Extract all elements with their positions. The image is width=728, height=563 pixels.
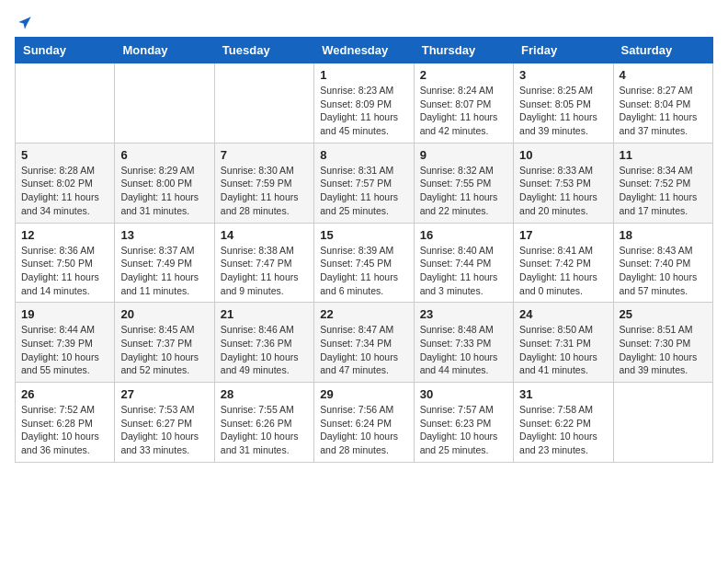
day-number: 25 — [620, 307, 707, 321]
day-info: Sunrise: 8:48 AMSunset: 7:33 PMDaylight:… — [420, 323, 507, 377]
calendar-cell: 9Sunrise: 8:32 AMSunset: 7:55 PMDaylight… — [414, 143, 513, 223]
day-number: 5 — [21, 148, 108, 162]
day-number: 10 — [519, 148, 607, 162]
day-info: Sunrise: 8:37 AMSunset: 7:49 PMDaylight:… — [120, 244, 208, 298]
day-number: 13 — [120, 228, 208, 242]
calendar-cell: 17Sunrise: 8:41 AMSunset: 7:42 PMDayligh… — [514, 223, 613, 303]
day-info: Sunrise: 8:50 AMSunset: 7:31 PMDaylight:… — [519, 323, 607, 377]
day-number: 15 — [320, 228, 407, 242]
day-number: 1 — [320, 68, 407, 82]
calendar-cell: 12Sunrise: 8:36 AMSunset: 7:50 PMDayligh… — [16, 223, 115, 303]
calendar-cell: 1Sunrise: 8:23 AMSunset: 8:09 PMDaylight… — [314, 63, 414, 144]
calendar-cell: 31Sunrise: 7:58 AMSunset: 6:22 PMDayligh… — [514, 383, 613, 463]
day-number: 27 — [120, 387, 208, 401]
day-info: Sunrise: 8:41 AMSunset: 7:42 PMDaylight:… — [519, 244, 607, 298]
day-number: 23 — [420, 307, 507, 321]
calendar-table: SundayMondayTuesdayWednesdayThursdayFrid… — [15, 37, 713, 463]
day-info: Sunrise: 8:27 AMSunset: 8:04 PMDaylight:… — [620, 84, 707, 138]
calendar-cell: 26Sunrise: 7:52 AMSunset: 6:28 PMDayligh… — [16, 383, 115, 463]
calendar-cell: 6Sunrise: 8:29 AMSunset: 8:00 PMDaylight… — [115, 143, 214, 223]
calendar-cell: 29Sunrise: 7:56 AMSunset: 6:24 PMDayligh… — [314, 383, 414, 463]
day-number: 16 — [420, 228, 507, 242]
day-info: Sunrise: 8:40 AMSunset: 7:44 PMDaylight:… — [420, 244, 507, 298]
day-info: Sunrise: 8:29 AMSunset: 8:00 PMDaylight:… — [120, 164, 208, 218]
calendar-cell: 23Sunrise: 8:48 AMSunset: 7:33 PMDayligh… — [414, 303, 513, 383]
day-number: 2 — [420, 68, 507, 82]
day-info: Sunrise: 8:23 AMSunset: 8:09 PMDaylight:… — [320, 84, 407, 138]
calendar-cell — [16, 63, 115, 144]
day-info: Sunrise: 7:57 AMSunset: 6:23 PMDaylight:… — [420, 403, 507, 457]
day-info: Sunrise: 8:44 AMSunset: 7:39 PMDaylight:… — [21, 323, 108, 377]
logo-bird-icon — [17, 15, 33, 31]
day-number: 11 — [620, 148, 707, 162]
day-number: 20 — [120, 307, 208, 321]
weekday-header-sunday: Sunday — [16, 38, 115, 63]
day-number: 6 — [120, 148, 208, 162]
weekday-header-wednesday: Wednesday — [314, 38, 414, 63]
calendar-cell: 28Sunrise: 7:55 AMSunset: 6:26 PMDayligh… — [214, 383, 313, 463]
calendar-cell: 11Sunrise: 8:34 AMSunset: 7:52 PMDayligh… — [613, 143, 712, 223]
day-info: Sunrise: 8:47 AMSunset: 7:34 PMDaylight:… — [320, 323, 407, 377]
day-info: Sunrise: 8:43 AMSunset: 7:40 PMDaylight:… — [620, 244, 707, 298]
day-info: Sunrise: 8:31 AMSunset: 7:57 PMDaylight:… — [320, 164, 407, 218]
day-number: 31 — [519, 387, 607, 401]
calendar-cell: 7Sunrise: 8:30 AMSunset: 7:59 PMDaylight… — [214, 143, 313, 223]
calendar-cell: 16Sunrise: 8:40 AMSunset: 7:44 PMDayligh… — [414, 223, 513, 303]
day-info: Sunrise: 8:28 AMSunset: 8:02 PMDaylight:… — [21, 164, 108, 218]
calendar-cell: 22Sunrise: 8:47 AMSunset: 7:34 PMDayligh… — [314, 303, 414, 383]
day-info: Sunrise: 8:51 AMSunset: 7:30 PMDaylight:… — [620, 323, 707, 377]
day-info: Sunrise: 8:36 AMSunset: 7:50 PMDaylight:… — [21, 244, 108, 298]
logo — [15, 15, 33, 26]
day-info: Sunrise: 8:33 AMSunset: 7:53 PMDaylight:… — [519, 164, 607, 218]
page-header — [15, 15, 713, 26]
day-number: 4 — [620, 68, 707, 82]
day-info: Sunrise: 8:38 AMSunset: 7:47 PMDaylight:… — [221, 244, 308, 298]
calendar-cell: 13Sunrise: 8:37 AMSunset: 7:49 PMDayligh… — [115, 223, 214, 303]
day-number: 26 — [21, 387, 108, 401]
calendar-cell: 8Sunrise: 8:31 AMSunset: 7:57 PMDaylight… — [314, 143, 414, 223]
day-info: Sunrise: 8:46 AMSunset: 7:36 PMDaylight:… — [221, 323, 308, 377]
weekday-header-monday: Monday — [115, 38, 214, 63]
calendar-cell: 21Sunrise: 8:46 AMSunset: 7:36 PMDayligh… — [214, 303, 313, 383]
calendar-cell: 25Sunrise: 8:51 AMSunset: 7:30 PMDayligh… — [613, 303, 712, 383]
day-number: 9 — [420, 148, 507, 162]
calendar-cell: 20Sunrise: 8:45 AMSunset: 7:37 PMDayligh… — [115, 303, 214, 383]
day-info: Sunrise: 8:45 AMSunset: 7:37 PMDaylight:… — [120, 323, 208, 377]
calendar-cell: 15Sunrise: 8:39 AMSunset: 7:45 PMDayligh… — [314, 223, 414, 303]
calendar-cell: 5Sunrise: 8:28 AMSunset: 8:02 PMDaylight… — [16, 143, 115, 223]
day-info: Sunrise: 8:24 AMSunset: 8:07 PMDaylight:… — [420, 84, 507, 138]
calendar-cell — [214, 63, 313, 144]
day-info: Sunrise: 8:34 AMSunset: 7:52 PMDaylight:… — [620, 164, 707, 218]
day-number: 29 — [320, 387, 407, 401]
day-number: 19 — [21, 307, 108, 321]
day-number: 28 — [221, 387, 308, 401]
day-number: 7 — [221, 148, 308, 162]
day-number: 22 — [320, 307, 407, 321]
day-info: Sunrise: 8:25 AMSunset: 8:05 PMDaylight:… — [519, 84, 607, 138]
day-info: Sunrise: 7:52 AMSunset: 6:28 PMDaylight:… — [21, 403, 108, 457]
calendar-cell: 30Sunrise: 7:57 AMSunset: 6:23 PMDayligh… — [414, 383, 513, 463]
calendar-cell: 14Sunrise: 8:38 AMSunset: 7:47 PMDayligh… — [214, 223, 313, 303]
day-number: 18 — [620, 228, 707, 242]
calendar-cell: 18Sunrise: 8:43 AMSunset: 7:40 PMDayligh… — [613, 223, 712, 303]
calendar-cell: 4Sunrise: 8:27 AMSunset: 8:04 PMDaylight… — [613, 63, 712, 144]
day-number: 21 — [221, 307, 308, 321]
day-number: 30 — [420, 387, 507, 401]
calendar-cell: 3Sunrise: 8:25 AMSunset: 8:05 PMDaylight… — [514, 63, 613, 144]
weekday-header-thursday: Thursday — [414, 38, 513, 63]
weekday-header-tuesday: Tuesday — [214, 38, 313, 63]
calendar-cell: 27Sunrise: 7:53 AMSunset: 6:27 PMDayligh… — [115, 383, 214, 463]
day-info: Sunrise: 8:39 AMSunset: 7:45 PMDaylight:… — [320, 244, 407, 298]
day-number: 12 — [21, 228, 108, 242]
day-number: 14 — [221, 228, 308, 242]
calendar-cell: 10Sunrise: 8:33 AMSunset: 7:53 PMDayligh… — [514, 143, 613, 223]
calendar-cell: 2Sunrise: 8:24 AMSunset: 8:07 PMDaylight… — [414, 63, 513, 144]
day-info: Sunrise: 7:53 AMSunset: 6:27 PMDaylight:… — [120, 403, 208, 457]
day-info: Sunrise: 7:56 AMSunset: 6:24 PMDaylight:… — [320, 403, 407, 457]
day-number: 24 — [519, 307, 607, 321]
calendar-cell — [115, 63, 214, 144]
day-info: Sunrise: 8:30 AMSunset: 7:59 PMDaylight:… — [221, 164, 308, 218]
weekday-header-friday: Friday — [514, 38, 613, 63]
day-info: Sunrise: 7:55 AMSunset: 6:26 PMDaylight:… — [221, 403, 308, 457]
day-number: 8 — [320, 148, 407, 162]
